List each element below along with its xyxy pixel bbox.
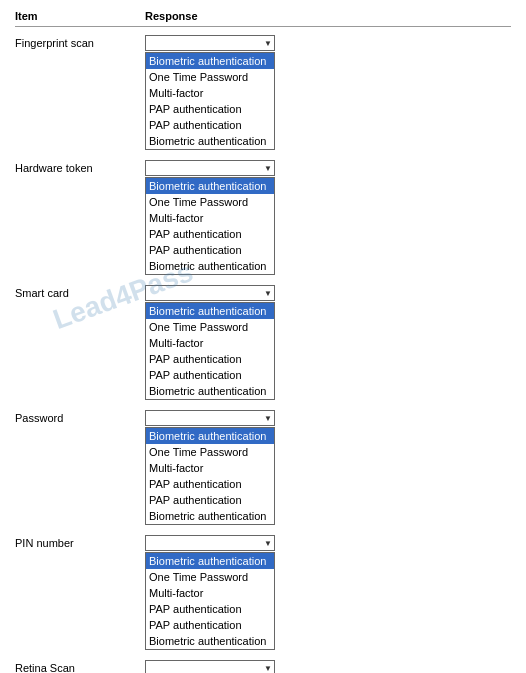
select-option-hardware-token-3[interactable]: PAP authentication bbox=[146, 226, 274, 242]
form-row-fingerprint-scan: Fingerprint scan▼Biometric authenticatio… bbox=[15, 35, 511, 150]
select-top-fingerprint-scan[interactable]: ▼ bbox=[145, 35, 275, 51]
select-option-pin-number-0[interactable]: Biometric authentication bbox=[146, 553, 274, 569]
select-option-hardware-token-4[interactable]: PAP authentication bbox=[146, 242, 274, 258]
dropdown-arrow-hardware-token: ▼ bbox=[264, 164, 272, 173]
select-option-pin-number-3[interactable]: PAP authentication bbox=[146, 601, 274, 617]
form-row-retina-scan: Retina Scan▼Biometric authenticationOne … bbox=[15, 660, 511, 673]
dropdown-arrow-pin-number: ▼ bbox=[264, 539, 272, 548]
rows-container: Fingerprint scan▼Biometric authenticatio… bbox=[15, 35, 511, 673]
select-wrapper-hardware-token: ▼Biometric authenticationOne Time Passwo… bbox=[145, 160, 511, 275]
dropdown-arrow-smart-card: ▼ bbox=[264, 289, 272, 298]
select-option-password-4[interactable]: PAP authentication bbox=[146, 492, 274, 508]
select-option-smart-card-2[interactable]: Multi-factor bbox=[146, 335, 274, 351]
label-smart-card: Smart card bbox=[15, 285, 145, 299]
select-list-pin-number: Biometric authenticationOne Time Passwor… bbox=[145, 552, 275, 650]
select-top-pin-number[interactable]: ▼ bbox=[145, 535, 275, 551]
select-option-pin-number-2[interactable]: Multi-factor bbox=[146, 585, 274, 601]
select-option-hardware-token-1[interactable]: One Time Password bbox=[146, 194, 274, 210]
select-option-password-1[interactable]: One Time Password bbox=[146, 444, 274, 460]
select-option-fingerprint-scan-1[interactable]: One Time Password bbox=[146, 69, 274, 85]
select-option-hardware-token-2[interactable]: Multi-factor bbox=[146, 210, 274, 226]
select-option-fingerprint-scan-5[interactable]: Biometric authentication bbox=[146, 133, 274, 149]
dropdown-arrow-fingerprint-scan: ▼ bbox=[264, 39, 272, 48]
form-row-hardware-token: Hardware token▼Biometric authenticationO… bbox=[15, 160, 511, 275]
select-option-hardware-token-0[interactable]: Biometric authentication bbox=[146, 178, 274, 194]
label-fingerprint-scan: Fingerprint scan bbox=[15, 35, 145, 49]
select-option-fingerprint-scan-4[interactable]: PAP authentication bbox=[146, 117, 274, 133]
dropdown-arrow-retina-scan: ▼ bbox=[264, 664, 272, 673]
select-option-hardware-token-5[interactable]: Biometric authentication bbox=[146, 258, 274, 274]
select-top-smart-card[interactable]: ▼ bbox=[145, 285, 275, 301]
page-container: Lead4Pass Item Response Fingerprint scan… bbox=[0, 0, 526, 673]
form-row-password: Password▼Biometric authenticationOne Tim… bbox=[15, 410, 511, 525]
select-option-smart-card-4[interactable]: PAP authentication bbox=[146, 367, 274, 383]
select-wrapper-fingerprint-scan: ▼Biometric authenticationOne Time Passwo… bbox=[145, 35, 511, 150]
select-top-hardware-token[interactable]: ▼ bbox=[145, 160, 275, 176]
select-top-password[interactable]: ▼ bbox=[145, 410, 275, 426]
header-item: Item bbox=[15, 10, 145, 22]
select-option-password-2[interactable]: Multi-factor bbox=[146, 460, 274, 476]
select-option-smart-card-1[interactable]: One Time Password bbox=[146, 319, 274, 335]
select-option-password-3[interactable]: PAP authentication bbox=[146, 476, 274, 492]
select-option-pin-number-1[interactable]: One Time Password bbox=[146, 569, 274, 585]
select-option-password-5[interactable]: Biometric authentication bbox=[146, 508, 274, 524]
form-row-smart-card: Smart card▼Biometric authenticationOne T… bbox=[15, 285, 511, 400]
select-list-hardware-token: Biometric authenticationOne Time Passwor… bbox=[145, 177, 275, 275]
select-wrapper-password: ▼Biometric authenticationOne Time Passwo… bbox=[145, 410, 511, 525]
select-option-smart-card-5[interactable]: Biometric authentication bbox=[146, 383, 274, 399]
select-list-fingerprint-scan: Biometric authenticationOne Time Passwor… bbox=[145, 52, 275, 150]
select-wrapper-pin-number: ▼Biometric authenticationOne Time Passwo… bbox=[145, 535, 511, 650]
select-option-password-0[interactable]: Biometric authentication bbox=[146, 428, 274, 444]
form-row-pin-number: PIN number▼Biometric authenticationOne T… bbox=[15, 535, 511, 650]
select-wrapper-retina-scan: ▼Biometric authenticationOne Time Passwo… bbox=[145, 660, 511, 673]
select-option-fingerprint-scan-0[interactable]: Biometric authentication bbox=[146, 53, 274, 69]
select-list-smart-card: Biometric authenticationOne Time Passwor… bbox=[145, 302, 275, 400]
label-retina-scan: Retina Scan bbox=[15, 660, 145, 673]
header-row: Item Response bbox=[15, 10, 511, 27]
label-pin-number: PIN number bbox=[15, 535, 145, 549]
select-list-password: Biometric authenticationOne Time Passwor… bbox=[145, 427, 275, 525]
dropdown-arrow-password: ▼ bbox=[264, 414, 272, 423]
select-option-smart-card-3[interactable]: PAP authentication bbox=[146, 351, 274, 367]
select-option-pin-number-4[interactable]: PAP authentication bbox=[146, 617, 274, 633]
select-option-fingerprint-scan-3[interactable]: PAP authentication bbox=[146, 101, 274, 117]
select-wrapper-smart-card: ▼Biometric authenticationOne Time Passwo… bbox=[145, 285, 511, 400]
header-response: Response bbox=[145, 10, 511, 22]
select-option-fingerprint-scan-2[interactable]: Multi-factor bbox=[146, 85, 274, 101]
select-option-pin-number-5[interactable]: Biometric authentication bbox=[146, 633, 274, 649]
select-top-retina-scan[interactable]: ▼ bbox=[145, 660, 275, 673]
label-password: Password bbox=[15, 410, 145, 424]
label-hardware-token: Hardware token bbox=[15, 160, 145, 174]
select-option-smart-card-0[interactable]: Biometric authentication bbox=[146, 303, 274, 319]
